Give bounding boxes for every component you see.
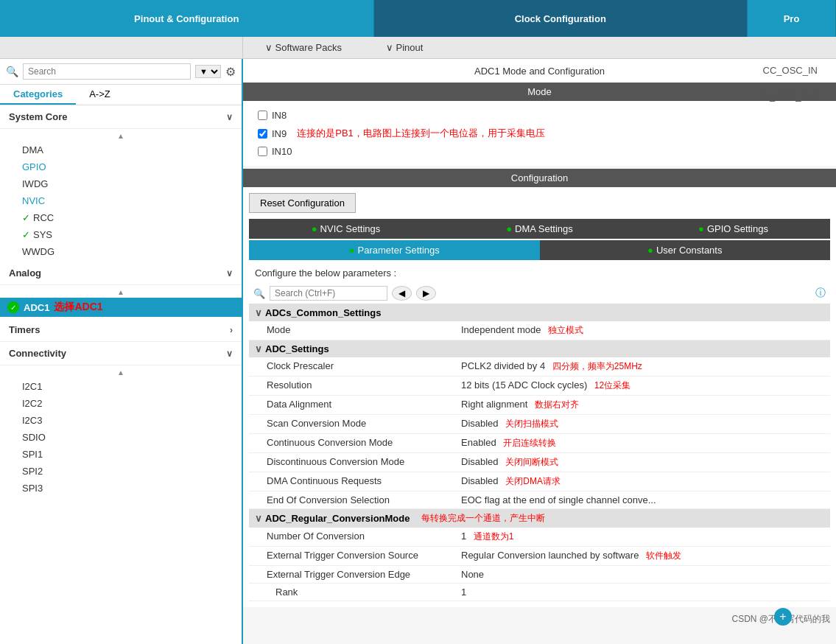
param-hint: Configure the below parameters : xyxy=(249,263,830,283)
mode-annotation: 独立模式 xyxy=(548,325,583,335)
param-row-discontinuous-mode: Discontinuous Conversion Mode Disabled 关… xyxy=(249,453,830,472)
scan-mode-annotation: 关闭扫描模式 xyxy=(505,419,558,429)
group-adc-settings[interactable]: ∨ ADC_Settings xyxy=(249,340,830,357)
search-select[interactable]: ▼ xyxy=(195,65,221,78)
param-search-input[interactable] xyxy=(270,286,387,301)
scroll-up-arrow-connectivity[interactable]: ▲ xyxy=(0,367,242,378)
section-analog[interactable]: Analog ∨ xyxy=(0,262,242,285)
param-name-continuous-mode: Continuous Conversion Mode xyxy=(249,434,455,452)
param-name-trigger-edge: External Trigger Conversion Edge xyxy=(249,566,455,583)
in10-label: IN10 xyxy=(272,146,292,157)
param-name-data-alignment: Data Alignment xyxy=(249,396,455,414)
sidebar-item-spi3[interactable]: SPI3 xyxy=(0,480,242,497)
param-name-mode: Mode xyxy=(249,321,455,340)
param-name-dma-requests: DMA Continuous Requests xyxy=(249,472,455,491)
param-name-resolution: Resolution xyxy=(249,377,455,395)
param-row-rank: Rank 1 xyxy=(249,584,830,601)
sidebar-item-rcc[interactable]: ✓RCC xyxy=(0,209,242,226)
chevron-right-icon-timers: › xyxy=(230,325,233,335)
nvic-check-icon: ● xyxy=(312,223,317,234)
group-regular-conversion[interactable]: ∨ ADC_Regular_ConversionMode 每转换完成一个通道，产… xyxy=(249,509,830,528)
chevron-down-icon-connectivity: ∨ xyxy=(226,349,233,359)
param-row-num-conversion: Number Of Conversion 1 通道数为1 xyxy=(249,528,830,547)
search-icon: 🔍 xyxy=(6,66,18,77)
trigger-source-annotation: 软件触发 xyxy=(646,550,681,561)
param-value-mode: Independent mode 独立模式 xyxy=(455,321,830,340)
continuous-mode-annotation: 开启连续转换 xyxy=(503,438,556,448)
in9-checkbox[interactable] xyxy=(258,129,267,139)
tab-categories[interactable]: Categories xyxy=(0,85,76,105)
analog-items: ▲ ✓ ADC1 选择ADC1 xyxy=(0,285,242,318)
group-adcs-common[interactable]: ∨ ADCs_Common_Settings xyxy=(249,304,830,321)
sidebar-item-nvic[interactable]: NVIC xyxy=(0,192,242,209)
mode-options: IN8 IN9 连接的是PB1，电路图上连接到一个电位器，用于采集电压 IN10 xyxy=(243,101,836,166)
sidebar-item-adc1[interactable]: ✓ ADC1 选择ADC1 xyxy=(0,298,242,317)
config-body: Reset Configuration ● NVIC Settings ● DM… xyxy=(243,187,836,607)
reset-config-button[interactable]: Reset Configuration xyxy=(249,193,356,213)
section-connectivity[interactable]: Connectivity ∨ xyxy=(0,342,242,365)
tab-dma-settings[interactable]: ● DMA Settings xyxy=(443,219,636,239)
clock-prescaler-annotation: 四分频，频率为25MHz xyxy=(552,361,642,371)
param-name-scan-mode: Scan Conversion Mode xyxy=(249,415,455,433)
sidebar-item-sys[interactable]: ✓SYS xyxy=(0,226,242,243)
param-table: ∨ ADCs_Common_Settings Mode Independent … xyxy=(249,304,830,601)
gear-icon[interactable]: ⚙ xyxy=(225,65,236,79)
content-title: ADC1 Mode and Configuration xyxy=(243,59,836,83)
param-name-rank: Rank xyxy=(249,584,455,601)
tabs-row-2: ● Parameter Settings ● User Constants xyxy=(249,240,830,260)
section-timers[interactable]: Timers › xyxy=(0,318,242,342)
num-conversion-annotation: 通道数为1 xyxy=(474,531,514,542)
sidebar-item-i2c1[interactable]: I2C1 xyxy=(0,378,242,395)
param-value-trigger-source: Regular Conversion launched by software … xyxy=(455,547,830,565)
sidebar-item-sdio[interactable]: SDIO xyxy=(0,429,242,446)
tab-nvic-settings[interactable]: ● NVIC Settings xyxy=(249,219,443,239)
in8-checkbox[interactable] xyxy=(258,111,267,120)
bottom-bar: + CSDN @不想写代码的我 xyxy=(243,607,836,631)
tab-parameter-settings[interactable]: ● Parameter Settings xyxy=(249,240,540,260)
info-icon[interactable]: ⓘ xyxy=(815,287,826,300)
param-row-trigger-edge: External Trigger Conversion Edge None xyxy=(249,566,830,584)
tab-clock[interactable]: Clock Configuration xyxy=(374,0,748,37)
param-name-discontinuous-mode: Discontinuous Conversion Mode xyxy=(249,453,455,472)
sidebar-content: System Core ∨ ▲ DMA GPIO IWDG NVIC ✓RCC … xyxy=(0,105,242,644)
param-search-row: 🔍 ◀ ▶ ⓘ xyxy=(249,283,830,304)
sub-header: ∨ Software Packs ∨ Pinout xyxy=(0,37,836,59)
sidebar-item-gpio[interactable]: GPIO xyxy=(0,158,242,175)
param-value-clock-prescaler: PCLK2 divided by 4 四分频，频率为25MHz xyxy=(455,357,830,376)
param-value-scan-mode: Disabled 关闭扫描模式 xyxy=(455,415,830,433)
tab-project[interactable]: Pro xyxy=(748,0,836,37)
checkbox-in10: IN10 xyxy=(258,143,821,160)
pinout-menu[interactable]: ∨ Pinout xyxy=(364,37,445,58)
tab-pinout[interactable]: Pinout & Configuration xyxy=(0,0,374,37)
next-param-button[interactable]: ▶ xyxy=(416,286,436,301)
param-value-num-conversion: 1 通道数为1 xyxy=(455,528,830,546)
tab-az[interactable]: A->Z xyxy=(76,85,124,105)
param-row-data-alignment: Data Alignment Right alignment 数据右对齐 xyxy=(249,396,830,415)
sidebar-item-spi2[interactable]: SPI2 xyxy=(0,463,242,480)
sidebar-item-dma[interactable]: DMA xyxy=(0,141,242,158)
zoom-button[interactable]: + xyxy=(774,608,792,626)
tab-user-constants[interactable]: ● User Constants xyxy=(540,240,831,260)
param-row-trigger-source: External Trigger Conversion Source Regul… xyxy=(249,547,830,566)
tab-gpio-settings[interactable]: ● GPIO Settings xyxy=(636,219,830,239)
param-row-mode: Mode Independent mode 独立模式 xyxy=(249,321,830,340)
param-value-continuous-mode: Enabled 开启连续转换 xyxy=(455,434,830,452)
software-packs-menu[interactable]: ∨ Software Packs xyxy=(243,37,364,58)
chevron-down-icon-regular: ∨ xyxy=(255,513,262,524)
in10-checkbox[interactable] xyxy=(258,147,267,156)
scroll-up-arrow-analog[interactable]: ▲ xyxy=(0,287,242,298)
prev-param-button[interactable]: ◀ xyxy=(392,286,412,301)
sidebar-item-i2c3[interactable]: I2C3 xyxy=(0,412,242,429)
section-system-core[interactable]: System Core ∨ xyxy=(0,105,242,129)
sidebar-item-iwdg[interactable]: IWDG xyxy=(0,175,242,192)
sidebar-item-wwdg[interactable]: WWDG xyxy=(0,243,242,260)
sidebar-item-spi1[interactable]: SPI1 xyxy=(0,446,242,463)
sidebar-item-i2c2[interactable]: I2C2 xyxy=(0,395,242,412)
param-value-eoc: EOC flag at the end of single channel co… xyxy=(455,491,830,508)
scroll-up-arrow[interactable]: ▲ xyxy=(0,130,242,141)
search-input[interactable] xyxy=(23,63,191,80)
user-check-icon: ● xyxy=(647,245,653,256)
discontinuous-annotation: 关闭间断模式 xyxy=(505,457,558,467)
config-section-header: Configuration xyxy=(243,169,836,187)
top-header: Pinout & Configuration Clock Configurati… xyxy=(0,0,836,37)
